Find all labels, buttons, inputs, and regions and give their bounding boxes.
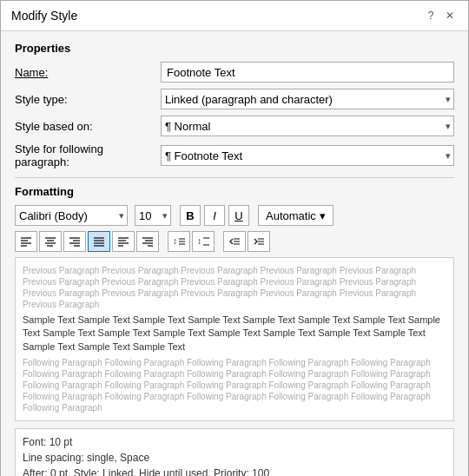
desc-line3: After: 0 pt, Style: Linked, Hide until u… bbox=[23, 466, 446, 476]
svg-text:↕: ↕ bbox=[197, 236, 201, 246]
title-bar-controls: ? ✕ bbox=[423, 8, 458, 23]
size-select-wrap: 10 ▾ bbox=[135, 205, 171, 226]
name-input[interactable] bbox=[161, 62, 454, 83]
para-spacing-icon: ↕ bbox=[196, 236, 210, 247]
style-based-select-wrap: ¶ Normal bbox=[161, 116, 454, 136]
italic-button[interactable]: I bbox=[204, 205, 225, 226]
close-button[interactable]: ✕ bbox=[442, 8, 458, 23]
bold-button[interactable]: B bbox=[180, 205, 201, 226]
para-spacing-button[interactable]: ↕ bbox=[192, 231, 215, 252]
preview-sample-text: Sample Text Sample Text Sample Text Samp… bbox=[23, 314, 446, 354]
preview-following-para: Following Paragraph Following Paragraph … bbox=[23, 357, 446, 413]
desc-line1: Font: 10 pt bbox=[23, 434, 446, 450]
indent-increase-button[interactable] bbox=[248, 231, 270, 252]
align-center-icon bbox=[44, 236, 56, 247]
modify-style-dialog: Modify Style ? ✕ Properties Name: Style … bbox=[0, 0, 469, 476]
align-center-button[interactable] bbox=[39, 231, 62, 252]
align-left2-icon bbox=[117, 236, 129, 247]
align-right2-button[interactable] bbox=[136, 231, 159, 252]
indent-decrease-icon bbox=[228, 236, 241, 247]
style-type-select-wrap: Linked (paragraph and character) bbox=[161, 89, 454, 109]
align-right-button[interactable] bbox=[63, 231, 86, 252]
align-left-icon bbox=[20, 236, 32, 247]
properties-section-title: Properties bbox=[15, 42, 454, 55]
style-following-row: Style for following paragraph: ¶ Footnot… bbox=[15, 142, 454, 169]
style-type-label: Style type: bbox=[15, 93, 161, 106]
style-type-select[interactable]: Linked (paragraph and character) bbox=[161, 89, 454, 109]
line-spacing-button[interactable]: ↕ bbox=[168, 231, 190, 252]
align-justify-button[interactable] bbox=[88, 231, 110, 252]
font-select-wrap: Calibri (Body) ▾ bbox=[15, 205, 128, 226]
style-based-row: Style based on: ¶ Normal bbox=[15, 116, 454, 136]
style-following-select-wrap: ¶ Footnote Text bbox=[161, 145, 454, 166]
style-based-select[interactable]: ¶ Normal bbox=[161, 116, 454, 136]
font-row: Calibri (Body) ▾ 10 ▾ B I U Automatic ▾ bbox=[15, 205, 454, 226]
desc-line2: Line spacing: single, Space bbox=[23, 450, 446, 466]
underline-button[interactable]: U bbox=[228, 205, 249, 226]
formatting-section-title: Formatting bbox=[15, 185, 454, 198]
style-following-label: Style for following paragraph: bbox=[15, 142, 161, 169]
indent-increase-icon bbox=[253, 236, 265, 247]
align-right2-icon bbox=[142, 236, 154, 247]
name-row: Name: bbox=[15, 62, 454, 83]
style-following-select[interactable]: ¶ Footnote Text bbox=[161, 145, 454, 166]
svg-text:↕: ↕ bbox=[173, 236, 177, 246]
dialog-title: Modify Style bbox=[11, 9, 77, 23]
preview-box: Previous Paragraph Previous Paragraph Pr… bbox=[15, 257, 454, 421]
align-right-icon bbox=[69, 236, 81, 247]
color-button[interactable]: Automatic ▾ bbox=[258, 205, 334, 226]
style-type-row: Style type: Linked (paragraph and charac… bbox=[15, 89, 454, 109]
alignment-row: ↕ ↕ bbox=[15, 231, 454, 252]
line-spacing-icon: ↕ bbox=[172, 236, 186, 247]
name-label: Name: bbox=[15, 66, 161, 79]
align-left2-button[interactable] bbox=[112, 231, 135, 252]
color-label: Automatic bbox=[266, 209, 316, 222]
font-select[interactable]: Calibri (Body) bbox=[15, 205, 128, 226]
help-button[interactable]: ? bbox=[423, 8, 439, 23]
section-divider bbox=[15, 177, 454, 178]
size-select[interactable]: 10 bbox=[135, 205, 171, 226]
indent-decrease-button[interactable] bbox=[223, 231, 246, 252]
style-based-label: Style based on: bbox=[15, 120, 161, 133]
align-left-button[interactable] bbox=[15, 231, 37, 252]
color-select-wrap: Automatic ▾ bbox=[258, 205, 334, 226]
align-justify-icon bbox=[93, 236, 105, 247]
color-dropdown-arrow-icon: ▾ bbox=[320, 209, 326, 222]
dialog-body: Properties Name: Style type: Linked (par… bbox=[1, 31, 468, 476]
preview-prev-para: Previous Paragraph Previous Paragraph Pr… bbox=[23, 265, 446, 310]
description-box: Font: 10 pt Line spacing: single, Space … bbox=[15, 428, 454, 476]
title-bar: Modify Style ? ✕ bbox=[1, 1, 468, 31]
